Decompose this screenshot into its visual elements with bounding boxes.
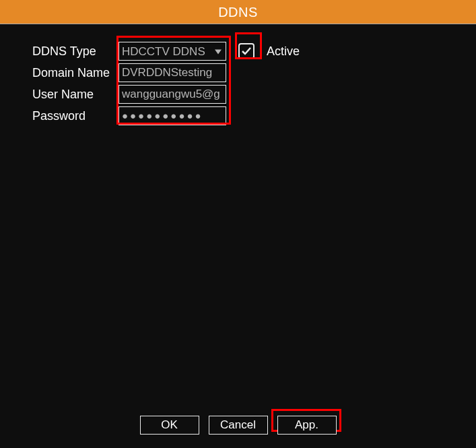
ok-button[interactable]: OK bbox=[140, 416, 199, 435]
label-domain-name: Domain Name bbox=[32, 62, 118, 84]
active-checkbox[interactable] bbox=[238, 43, 254, 59]
label-ddns-type: DDNS Type bbox=[32, 40, 118, 62]
label-user-name: User Name bbox=[32, 84, 118, 105]
label-active: Active bbox=[267, 44, 300, 59]
button-bar: OK Cancel App. bbox=[0, 416, 476, 435]
ddns-form: DDNS Type HDCCTV DDNS Active Domain Name… bbox=[0, 24, 476, 127]
domain-name-input[interactable] bbox=[118, 63, 226, 82]
password-input[interactable]: ●●●●●●●●●● bbox=[118, 106, 226, 125]
check-icon bbox=[240, 45, 252, 57]
app-button[interactable]: App. bbox=[277, 416, 337, 435]
user-name-input[interactable] bbox=[118, 85, 226, 104]
cancel-button[interactable]: Cancel bbox=[209, 416, 268, 435]
window-title: DDNS bbox=[0, 0, 476, 24]
password-mask: ●●●●●●●●●● bbox=[119, 108, 203, 124]
ddns-type-select[interactable]: HDCCTV DDNS bbox=[118, 42, 226, 61]
label-password: Password bbox=[32, 105, 118, 127]
